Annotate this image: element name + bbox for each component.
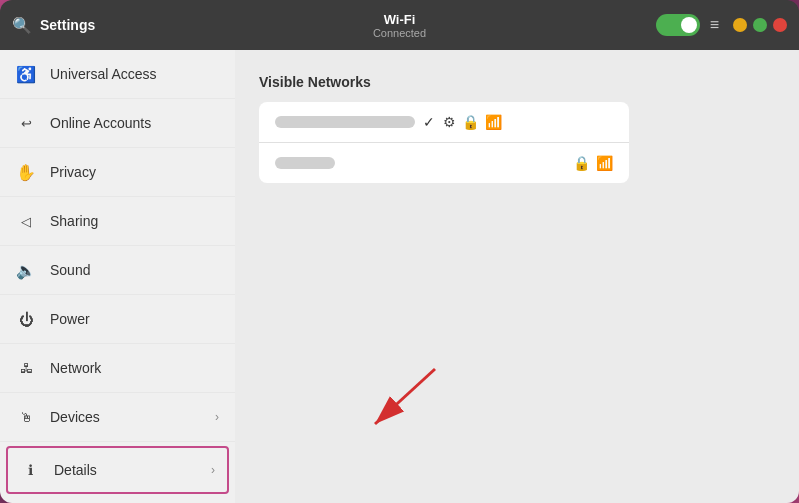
sidebar: ♿ Universal Access ↩ Online Accounts ✋ P… (0, 50, 235, 503)
sidebar-label-power: Power (50, 311, 219, 327)
sidebar-label-universal-access: Universal Access (50, 66, 219, 82)
network-icon: 🖧 (16, 358, 36, 378)
network-1-icons: ⚙ 🔒 📶 (443, 114, 502, 130)
settings-gear-icon[interactable]: ⚙ (443, 114, 456, 130)
sidebar-item-network[interactable]: 🖧 Network (0, 344, 235, 393)
network-2-icons: 🔒 📶 (573, 155, 613, 171)
sidebar-item-devices[interactable]: 🖱 Devices › (0, 393, 235, 442)
sidebar-item-universal-access[interactable]: ♿ Universal Access (0, 50, 235, 99)
universal-access-icon: ♿ (16, 64, 36, 84)
details-icon: ℹ (20, 460, 40, 480)
online-accounts-icon: ↩ (16, 113, 36, 133)
wifi-signal-icon-2: 📶 (596, 155, 613, 171)
app-title: Settings (40, 17, 95, 33)
titlebar: 🔍 Settings Wi-Fi Connected ≡ (0, 0, 799, 50)
window-buttons (733, 18, 787, 32)
content-area: Visible Networks ✓ ⚙ 🔒 📶 (235, 50, 799, 503)
privacy-icon: ✋ (16, 162, 36, 182)
sidebar-label-sharing: Sharing (50, 213, 219, 229)
titlebar-center: Wi-Fi Connected (373, 12, 426, 39)
settings-window: 🔍 Settings Wi-Fi Connected ≡ ♿ Universal… (0, 0, 799, 503)
sidebar-label-devices: Devices (50, 409, 201, 425)
sidebar-label-privacy: Privacy (50, 164, 219, 180)
sound-icon: 🔈 (16, 260, 36, 280)
wifi-name: Wi-Fi (384, 12, 416, 27)
network-name-1 (275, 116, 415, 128)
search-icon[interactable]: 🔍 (12, 16, 32, 35)
devices-icon: 🖱 (16, 407, 36, 427)
close-button[interactable] (773, 18, 787, 32)
network-item-2[interactable]: 🔒 📶 (259, 143, 629, 183)
sidebar-item-details[interactable]: ℹ Details › (6, 446, 229, 494)
power-icon: ⏻ (16, 309, 36, 329)
networks-card: ✓ ⚙ 🔒 📶 🔒 📶 (259, 102, 629, 183)
svg-line-1 (375, 369, 435, 424)
network-name-2 (275, 157, 335, 169)
sidebar-label-network: Network (50, 360, 219, 376)
sidebar-item-sharing[interactable]: ◁ Sharing (0, 197, 235, 246)
maximize-button[interactable] (753, 18, 767, 32)
details-arrow-icon: › (211, 463, 215, 477)
sharing-icon: ◁ (16, 211, 36, 231)
sidebar-item-power[interactable]: ⏻ Power (0, 295, 235, 344)
connected-checkmark: ✓ (423, 114, 435, 130)
menu-icon[interactable]: ≡ (710, 16, 719, 34)
sidebar-item-online-accounts[interactable]: ↩ Online Accounts (0, 99, 235, 148)
sidebar-label-online-accounts: Online Accounts (50, 115, 219, 131)
sidebar-item-sound[interactable]: 🔈 Sound (0, 246, 235, 295)
lock-icon-2: 🔒 (573, 155, 590, 171)
wifi-signal-icon-1: 📶 (485, 114, 502, 130)
wifi-toggle[interactable] (656, 14, 700, 36)
network-item-1[interactable]: ✓ ⚙ 🔒 📶 (259, 102, 629, 143)
red-arrow-svg (355, 359, 455, 439)
devices-arrow-icon: › (215, 410, 219, 424)
main-content: ♿ Universal Access ↩ Online Accounts ✋ P… (0, 50, 799, 503)
sidebar-label-sound: Sound (50, 262, 219, 278)
wifi-status: Connected (373, 27, 426, 39)
titlebar-controls: ≡ (656, 14, 787, 36)
minimize-button[interactable] (733, 18, 747, 32)
sidebar-item-privacy[interactable]: ✋ Privacy (0, 148, 235, 197)
lock-icon-1: 🔒 (462, 114, 479, 130)
arrow-annotation (355, 359, 455, 443)
sidebar-label-details: Details (54, 462, 197, 478)
section-title: Visible Networks (259, 74, 775, 90)
